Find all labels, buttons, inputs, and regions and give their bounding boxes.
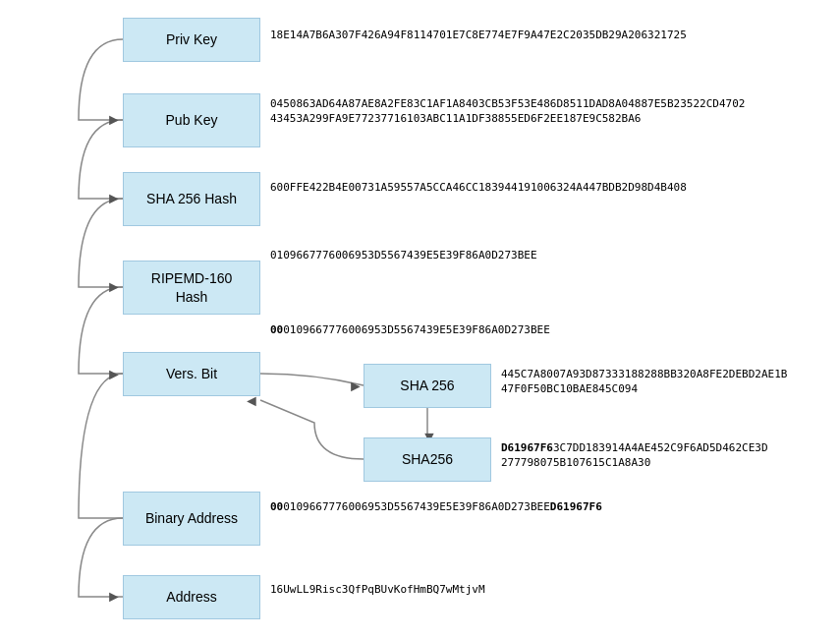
ripemd-label: RIPEMD-160Hash <box>151 269 232 305</box>
arrow-versbit: ► <box>106 366 122 383</box>
privkey-value: 18E14A7B6A307F426A94F8114701E7C8E774E7F9… <box>270 28 687 42</box>
arrow-sha256a: ► <box>348 378 364 395</box>
arrow-sha256hash: ► <box>106 190 122 207</box>
sha256a-value: 445C7A8007A93D87333188288BB320A8FE2DEBD2… <box>501 367 787 397</box>
sha256b-value: D61967F63C7DD183914A4AE452C9F6AD5D462CE3… <box>501 440 768 471</box>
sha256b-label: SHA256 <box>402 450 453 468</box>
main-container: ► ► ► ► ► ▼ ◄ ► Priv Key Pub Key SHA 256… <box>0 0 840 640</box>
pubkey-label: Pub Key <box>166 111 218 129</box>
address-label: Address <box>166 588 216 606</box>
arrow-pubkey: ► <box>106 111 122 129</box>
versbit-label: Vers. Bit <box>166 365 217 382</box>
sha256hash-label: SHA 256 Hash <box>146 190 237 207</box>
address-box: Address <box>123 575 260 619</box>
ripemd-box: RIPEMD-160Hash <box>123 261 260 315</box>
binaryaddr-value: 000109667776006953D5567439E5E39F86A0D273… <box>270 499 602 514</box>
binaryaddr-label: Binary Address <box>145 509 238 527</box>
pubkey-box: Pub Key <box>123 93 260 147</box>
privkey-box: Priv Key <box>123 18 260 62</box>
sha256hash-value: 600FFE422B4E00731A59557A5CCA46CC18394419… <box>270 180 687 195</box>
privkey-label: Priv Key <box>166 30 217 48</box>
sha256a-box: SHA 256 <box>364 364 491 408</box>
binaryaddr-box: Binary Address <box>123 492 260 546</box>
sha256a-label: SHA 256 <box>400 377 454 394</box>
sha256b-box: SHA256 <box>364 437 491 482</box>
arrow-ripemd: ► <box>106 278 122 296</box>
ripemd-value-bottom: 000109667776006953D5567439E5E39F86A0D273… <box>270 322 550 337</box>
versbit-box: Vers. Bit <box>123 352 260 396</box>
sha256hash-box: SHA 256 Hash <box>123 172 260 226</box>
pubkey-value: 0450863AD64A87AE8A2FE83C1AF1A8403CB53F53… <box>270 96 745 127</box>
address-value: 16UwLL9Risc3QfPqBUvKofHmBQ7wMtjvM <box>270 582 485 597</box>
ripemd-value-top: 0109667776006953D5567439E5E39F86A0D273BE… <box>270 248 537 262</box>
arrow-address: ► <box>106 588 122 606</box>
